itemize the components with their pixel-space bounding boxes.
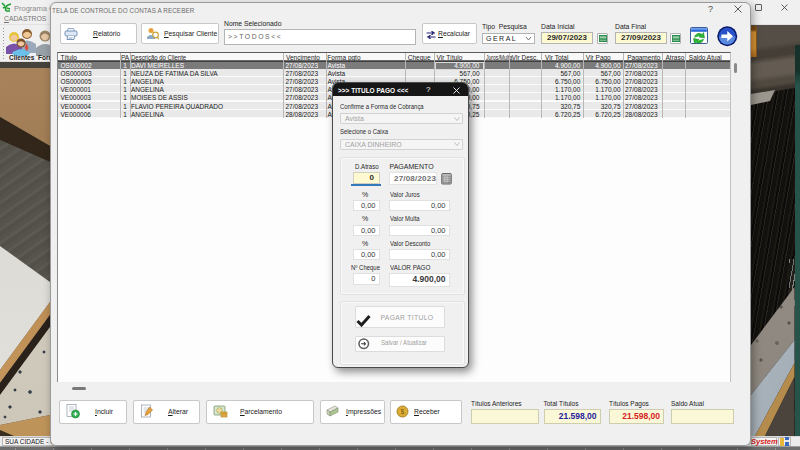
- svg-text:$: $: [401, 408, 405, 416]
